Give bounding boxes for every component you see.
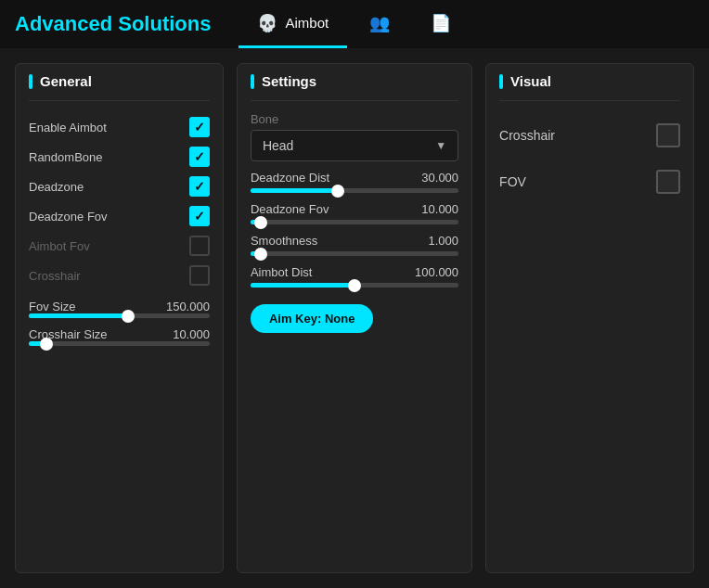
doc-icon: 📄 [431,13,451,33]
main-content: General Enable Aimbot RandomBone Deadzon… [0,48,709,588]
deadzone-fov-slider: Deadzone Fov 10.000 [251,202,458,224]
bone-dropdown[interactable]: Head ▼ [251,130,458,161]
crosshair-size-slider-row: Crosshair Size 10.000 [29,327,210,346]
deadzone-dist-thumb[interactable] [331,185,344,198]
general-panel-header: General [29,73,210,101]
aimbot-dist-label-row: Aimbot Dist 100.000 [251,265,458,279]
general-heading: General [40,73,92,89]
deadzone-dist-label-row: Deadzone Dist 30.000 [251,171,458,185]
crosshair-size-label-row: Crosshair Size 10.000 [29,327,210,341]
header: Advanced Solutions 💀 Aimbot 👥 📄 [0,0,709,48]
aim-key-button[interactable]: Aim Key: None [251,304,373,333]
settings-panel-header: Settings [251,73,458,101]
aimbot-dist-track[interactable] [251,283,458,288]
smoothness-track[interactable] [251,251,458,256]
app-title: Advanced Solutions [15,12,211,36]
settings-panel: Settings Bone Head ▼ Deadzone Dist 30.00… [237,63,472,573]
visual-crosshair-checkbox[interactable] [656,123,680,147]
aimbot-dist-thumb[interactable] [348,279,361,292]
visual-crosshair-row: Crosshair [499,112,680,159]
crosshair-size-track[interactable] [29,341,210,346]
fov-size-thumb[interactable] [122,310,135,323]
players-icon: 👥 [369,13,390,33]
crosshair-label: Crosshair [29,269,81,283]
deadzone-fov-thumb[interactable] [254,216,267,229]
visual-panel-header: Visual [499,73,680,101]
deadzone-checkbox[interactable] [189,176,210,197]
crosshair-checkbox[interactable] [189,265,210,286]
bone-dropdown-value: Head [263,138,293,153]
smoothness-label-row: Smoothness 1.000 [251,234,458,248]
dropdown-arrow-icon: ▼ [435,139,446,152]
randombone-checkbox[interactable] [189,147,210,167]
fov-size-value: 150.000 [166,300,210,313]
deadzone-dist-track[interactable] [251,188,458,193]
tab-bar: 💀 Aimbot 👥 📄 [238,0,470,48]
aimbot-fov-label: Aimbot Fov [29,239,90,253]
enable-aimbot-label: Enable Aimbot [29,121,107,134]
aimbot-dist-value: 100.000 [415,265,458,279]
visual-fov-row: FOV [499,159,680,205]
skull-icon: 💀 [257,13,277,33]
visual-panel: Visual Crosshair FOV [485,63,694,573]
randombone-label: RandomBone [29,150,103,164]
aimbot-dist-slider: Aimbot Dist 100.000 [251,265,458,288]
deadzone-dist-label: Deadzone Dist [251,171,329,185]
visual-crosshair-label: Crosshair [499,128,555,143]
deadzone-fov-track[interactable] [251,220,458,224]
deadzone-fov-checkbox[interactable] [189,206,210,226]
deadzone-label: Deadzone [29,180,84,194]
toggle-crosshair: Crosshair [29,261,210,290]
toggle-deadzone: Deadzone [29,172,210,201]
smoothness-thumb[interactable] [254,248,267,261]
general-panel: General Enable Aimbot RandomBone Deadzon… [15,63,224,573]
tab-aimbot-label: Aimbot [285,15,329,31]
deadzone-fov-label: Deadzone Fov [29,210,108,224]
aimbot-fov-checkbox[interactable] [189,236,210,256]
crosshair-size-thumb[interactable] [40,338,53,351]
aimbot-dist-fill [251,283,354,288]
settings-heading: Settings [262,73,316,89]
tab-doc[interactable]: 📄 [412,0,470,48]
deadzone-dist-value: 30.000 [421,171,458,185]
toggle-enable-aimbot: Enable Aimbot [29,112,210,142]
visual-heading: Visual [510,73,551,89]
toggle-deadzone-fov: Deadzone Fov [29,201,210,231]
tab-aimbot[interactable]: 💀 Aimbot [238,0,347,48]
visual-fov-checkbox[interactable] [656,170,680,194]
deadzone-fov-label-row: Deadzone Fov 10.000 [251,202,458,216]
deadzone-dist-slider: Deadzone Dist 30.000 [251,171,458,193]
deadzone-fov-settings-value: 10.000 [421,202,458,216]
fov-size-label: Fov Size [29,300,76,313]
fov-size-fill [29,313,128,318]
deadzone-dist-fill [251,188,338,193]
toggle-aimbot-fov: Aimbot Fov [29,231,210,261]
visual-fov-label: FOV [499,174,526,189]
crosshair-size-value: 10.000 [173,327,210,341]
smoothness-slider: Smoothness 1.000 [251,234,458,256]
enable-aimbot-checkbox[interactable] [189,117,210,137]
toggle-randombone: RandomBone [29,142,210,172]
tab-players[interactable]: 👥 [351,0,408,48]
smoothness-label: Smoothness [251,234,317,248]
aimbot-dist-label: Aimbot Dist [251,265,312,279]
fov-size-slider-row: Fov Size 150.000 [29,300,210,318]
fov-size-label-row: Fov Size 150.000 [29,300,210,313]
fov-size-track[interactable] [29,313,210,318]
deadzone-fov-settings-label: Deadzone Fov [251,202,329,216]
smoothness-value: 1.000 [429,234,459,248]
bone-label: Bone [251,112,458,126]
